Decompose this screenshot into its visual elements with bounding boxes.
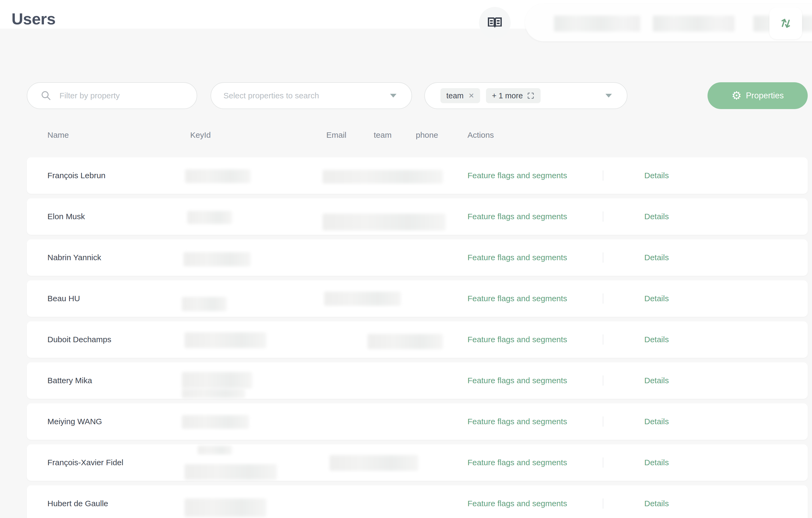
user-name: Duboit Dechamps (48, 335, 111, 344)
user-name: Nabrin Yannick (48, 253, 101, 262)
table-row: Hubert de Gaulle Feature flags and segme… (27, 485, 808, 518)
redacted-value (182, 415, 249, 429)
redacted-value (368, 334, 443, 349)
details-link[interactable]: Details (644, 376, 669, 385)
redacted-value (324, 292, 401, 306)
link-divider (603, 293, 603, 304)
expand-icon (527, 92, 535, 100)
select-placeholder: Select properties to search (224, 91, 319, 100)
redacted-value (183, 252, 251, 266)
link-divider (603, 457, 603, 468)
column-header-keyid: KeyId (190, 131, 211, 140)
feature-flags-link[interactable]: Feature flags and segments (467, 212, 567, 221)
feature-flags-link[interactable]: Feature flags and segments (467, 417, 567, 426)
property-filter-field[interactable] (27, 82, 197, 109)
user-name: Elon Musk (48, 212, 85, 221)
user-name: Beau HU (48, 294, 80, 303)
user-name: Hubert de Gaulle (48, 499, 108, 508)
chip-team-label: team (446, 91, 463, 100)
redacted-value (323, 170, 443, 183)
properties-button[interactable]: ⚙ Properties (707, 82, 808, 109)
details-link[interactable]: Details (644, 458, 669, 467)
redacted-value (184, 464, 277, 480)
table-row: Elon Musk Feature flags and segments Det… (27, 198, 808, 235)
feature-flags-link[interactable]: Feature flags and segments (467, 253, 567, 262)
details-link[interactable]: Details (644, 253, 669, 262)
details-link[interactable]: Details (644, 212, 669, 221)
redacted-value (182, 388, 245, 398)
column-header-email: Email (326, 131, 346, 140)
redacted-value (182, 372, 252, 388)
feature-flags-link[interactable]: Feature flags and segments (467, 294, 567, 303)
table-row: Duboit Dechamps Feature flags and segmen… (27, 321, 808, 358)
user-name: François-Xavier Fidel (48, 458, 123, 467)
feature-flags-link[interactable]: Feature flags and segments (467, 171, 567, 180)
details-link[interactable]: Details (644, 417, 669, 426)
link-divider (603, 498, 603, 509)
redacted-nav-item (554, 16, 640, 32)
chip-more-label: + 1 more (492, 91, 523, 100)
redacted-value (323, 213, 445, 230)
feature-flags-link[interactable]: Feature flags and segments (467, 376, 567, 385)
table-row: Nabrin Yannick Feature flags and segment… (27, 239, 808, 276)
page-title: Users (11, 10, 55, 28)
feature-flags-link[interactable]: Feature flags and segments (467, 335, 567, 344)
link-divider (603, 335, 603, 345)
table-row: Meiying WANG Feature flags and segments … (27, 403, 808, 440)
selected-properties-multiselect[interactable]: team ✕ + 1 more (424, 82, 628, 109)
user-name: Meiying WANG (48, 417, 102, 426)
details-link[interactable]: Details (644, 335, 669, 344)
property-filter-input[interactable] (59, 91, 177, 100)
properties-button-label: Properties (746, 91, 784, 100)
chip-more[interactable]: + 1 more (486, 88, 540, 103)
property-search-select[interactable]: Select properties to search (210, 82, 412, 109)
feature-flags-link[interactable]: Feature flags and segments (467, 458, 567, 467)
environment-switcher-button[interactable] (770, 7, 802, 39)
docs-button[interactable] (479, 7, 511, 38)
redacted-nav-item (653, 16, 734, 32)
redacted-value (329, 455, 418, 471)
swap-arrows-icon (778, 16, 793, 31)
table-row: Beau HU Feature flags and segments Detai… (27, 280, 808, 317)
feature-flags-link[interactable]: Feature flags and segments (467, 499, 567, 508)
details-link[interactable]: Details (644, 171, 669, 180)
open-book-icon (487, 17, 502, 29)
link-divider (603, 211, 603, 222)
table-row: Battery Mika Feature flags and segments … (27, 362, 808, 399)
redacted-value (185, 169, 251, 183)
gear-icon: ⚙ (732, 90, 742, 101)
redacted-value (187, 211, 232, 224)
table-row: François-Xavier Fidel Feature flags and … (27, 444, 808, 481)
user-name: François Lebrun (48, 171, 106, 180)
column-header-phone: phone (416, 131, 438, 140)
redacted-value (198, 445, 232, 455)
search-icon (40, 90, 52, 102)
redacted-value (182, 297, 227, 311)
details-link[interactable]: Details (644, 294, 669, 303)
chevron-down-icon (605, 94, 612, 97)
details-link[interactable]: Details (644, 499, 669, 508)
user-name: Battery Mika (48, 376, 92, 385)
link-divider (603, 253, 603, 263)
chevron-down-icon (390, 94, 397, 97)
link-divider (603, 170, 603, 181)
chip-team[interactable]: team ✕ (440, 88, 480, 103)
table-row: François Lebrun Feature flags and segmen… (27, 157, 808, 194)
remove-icon[interactable]: ✕ (468, 92, 474, 99)
column-header-actions: Actions (467, 131, 494, 140)
column-header-name: Name (48, 131, 69, 140)
link-divider (603, 416, 603, 427)
link-divider (603, 375, 603, 385)
redacted-value (184, 332, 266, 348)
redacted-value (184, 498, 266, 517)
column-header-team: team (374, 131, 392, 140)
